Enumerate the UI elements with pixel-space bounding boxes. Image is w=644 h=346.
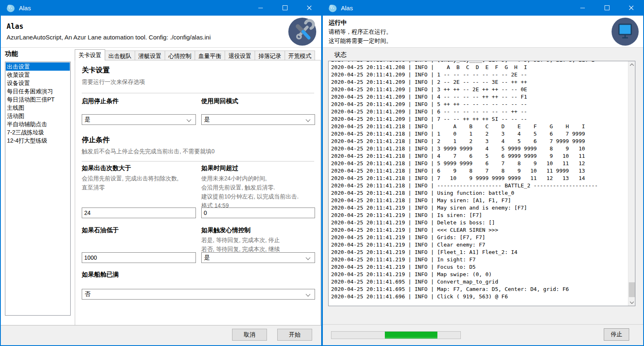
loop-mode-value: 是 <box>204 116 210 123</box>
monitor-icon <box>611 17 639 46</box>
dock-full-select[interactable]: 否 <box>82 289 315 300</box>
tools-icon <box>288 17 317 46</box>
log-line: 2020-04-25 20:11:41.209 | INFO | 6 -- --… <box>331 108 628 115</box>
count-gt-label: 如果出击次数大于 <box>82 164 196 172</box>
log-line: 2020-04-25 20:11:41.218 | INFO | May sir… <box>331 197 628 204</box>
sidebar-item[interactable]: 收菜设置 <box>6 71 70 79</box>
sidebar-item[interactable]: 12-4打大型练级 <box>6 136 70 145</box>
oil-below-input[interactable] <box>82 252 196 263</box>
window-title: Alas <box>341 5 353 12</box>
time-over-desc: 使用未来24小时内的时间, 会沿用先前设置, 触发后清零. 建议提前10分钟左右… <box>201 174 315 210</box>
titlebar[interactable]: Alas <box>1 0 321 16</box>
chevron-down-icon <box>186 117 191 122</box>
dock-full-value: 否 <box>85 291 90 298</box>
minimize-icon <box>258 8 263 8</box>
window-title: Alas <box>19 5 31 12</box>
progress-indeterminate-chunk <box>385 332 437 339</box>
close-icon <box>307 5 312 10</box>
tab[interactable]: 血量平衡 <box>195 51 225 60</box>
sidebar-item[interactable]: 每日任务困难演习 <box>6 87 70 95</box>
log-line: 2020-04-25 20:11:41.695 | INFO | Map: F7… <box>331 286 628 293</box>
status-label: 状态 <box>334 51 347 59</box>
time-over-label: 如果时间超过 <box>201 164 315 172</box>
log-line: 2020-04-25 20:11:41.208 | INFO | A B C D… <box>331 64 628 71</box>
stop-button[interactable]: 停止 <box>604 328 629 341</box>
enable-stop-label: 启用停止条件 <box>82 97 196 105</box>
app-logo-icon <box>6 3 16 13</box>
log-line: 2020-04-25 20:11:41.218 | INFO | 5 9999 … <box>331 160 628 167</box>
loop-mode-select[interactable]: 是 <box>201 114 315 125</box>
maximize-button[interactable] <box>273 0 297 16</box>
run-status-line1: 请稍等，程序正在运行。 <box>329 28 392 36</box>
log-line: 2020-04-25 20:11:41.209 | INFO | 1 -- --… <box>331 71 628 78</box>
log-line: 2020-04-25 20:11:41.219 | INFO | <<< CLE… <box>331 226 628 234</box>
tab[interactable]: 掉落记录 <box>255 51 285 60</box>
tab[interactable]: 出击舰队 <box>105 51 135 60</box>
tab[interactable]: 开荒模式 <box>285 51 315 60</box>
log-line: 2020-04-25 20:11:41.209 | INFO | 3 ++ ++… <box>331 86 628 93</box>
minimize-button[interactable] <box>570 0 595 16</box>
maximize-button[interactable] <box>595 0 619 16</box>
sidebar-item[interactable]: 半自动辅助点击 <box>6 120 70 128</box>
tab[interactable]: 关卡设置 <box>75 49 105 60</box>
run-status-line2: 这可能将需要一定时间。 <box>329 37 392 45</box>
chevron-down-icon <box>306 117 310 122</box>
scroll-down-icon[interactable] <box>628 299 635 306</box>
maximize-icon <box>605 5 610 10</box>
log-output[interactable]: 2020-04-25 20:11:41.208 | INFO | [enemy_… <box>328 61 635 306</box>
close-button[interactable] <box>619 0 643 16</box>
minimize-button[interactable] <box>248 0 273 16</box>
oil-below-label: 如果石油低于 <box>82 226 196 234</box>
titlebar[interactable]: Alas <box>323 0 643 16</box>
count-gt-input[interactable] <box>82 208 196 218</box>
tab[interactable]: 心情控制 <box>165 51 195 60</box>
minimize-icon <box>580 8 585 8</box>
log-lines: 2020-04-25 20:11:41.208 | INFO | [enemy_… <box>331 61 628 306</box>
tab[interactable]: 退役设置 <box>225 51 255 60</box>
log-line: 2020-04-25 20:11:41.219 | INFO | [Fleet_… <box>331 249 628 256</box>
tab[interactable]: 潜艇设置 <box>135 51 165 60</box>
sidebar-item[interactable]: 7-2三战拣垃圾 <box>6 128 70 136</box>
chevron-down-icon <box>306 255 310 260</box>
enable-stop-select[interactable]: 是 <box>82 114 196 125</box>
log-line: 2020-04-25 20:11:41.218 | INFO | Using f… <box>331 189 628 197</box>
sidebar-item[interactable]: 出击设置 <box>6 62 70 71</box>
run-header: 运行中 请稍等，程序正在运行。 这可能将需要一定时间。 <box>323 16 643 48</box>
sidebar-item[interactable]: 主线图 <box>6 104 70 112</box>
sidebar-item[interactable]: 设备设置 <box>6 79 70 87</box>
app-header: Alas AzurLaneAutoScript, An Azur Lane au… <box>1 16 321 48</box>
scrollbar-thumb[interactable] <box>629 282 635 297</box>
log-line: 2020-04-25 20:11:41.218 | INFO | 6 9 8 7… <box>331 167 628 175</box>
log-line: 2020-04-25 20:11:41.209 | INFO | 7 -- --… <box>331 115 628 123</box>
start-button[interactable]: 开始 <box>277 329 312 341</box>
cancel-button[interactable]: 取消 <box>232 329 267 341</box>
dock-full-label: 如果船舱已满 <box>82 271 196 279</box>
close-icon <box>629 5 634 10</box>
emotion-label: 如果触发心情控制 <box>201 226 315 234</box>
log-line: 2020-04-25 20:11:41.209 | INFO | 4 -- --… <box>331 93 628 101</box>
log-line: 2020-04-25 20:11:41.219 | INFO | Map swi… <box>331 271 628 278</box>
sidebar-item[interactable]: 每日活动图三倍PT <box>6 95 70 104</box>
emotion-select[interactable]: 是 <box>201 252 315 263</box>
divider <box>82 161 314 161</box>
sidebar-item[interactable]: 活动图 <box>6 112 70 120</box>
log-line: 2020-04-25 20:11:41.219 | INFO | May sir… <box>331 204 628 212</box>
footer-bar: 取消 开始 <box>1 325 321 345</box>
emotion-value: 是 <box>204 254 210 261</box>
log-scrollbar[interactable] <box>628 61 635 306</box>
runner-window: Alas 运行中 请稍等，程序正在运行。 这可能将需要一定时间。 状态 <box>322 0 644 346</box>
time-over-input[interactable] <box>201 208 315 218</box>
log-line: 2020-04-25 20:11:41.218 | INFO | 2 1 2 3… <box>331 138 628 145</box>
log-line: 2020-04-25 20:11:41.219 | INFO | Grids: … <box>331 234 628 241</box>
emotion-desc: 若是, 等待回复, 完成本次, 停止 若否, 等待回复, 完成本次, 继续 <box>201 235 315 254</box>
log-line: 2020-04-25 20:11:41.218 | INFO | 1 0 1 2… <box>331 130 628 138</box>
function-list[interactable]: 出击设置 收菜设置 设备设置 每日任务困难演习 每日活动图三倍PT 主线图 活动… <box>5 62 71 316</box>
scroll-up-icon[interactable] <box>628 61 635 68</box>
loop-mode-label: 使用周回模式 <box>201 97 315 105</box>
log-line: 2020-04-25 20:11:41.219 | INFO | Focus t… <box>331 263 628 271</box>
section-title: 关卡设置 <box>82 65 110 75</box>
sidebar-heading: 功能 <box>5 50 18 58</box>
log-line: 2020-04-25 20:11:41.209 | INFO | 2 -- 2E… <box>331 78 628 86</box>
close-button[interactable] <box>297 0 321 16</box>
log-line: 2020-04-25 20:11:41.219 | INFO | Delete … <box>331 219 628 226</box>
